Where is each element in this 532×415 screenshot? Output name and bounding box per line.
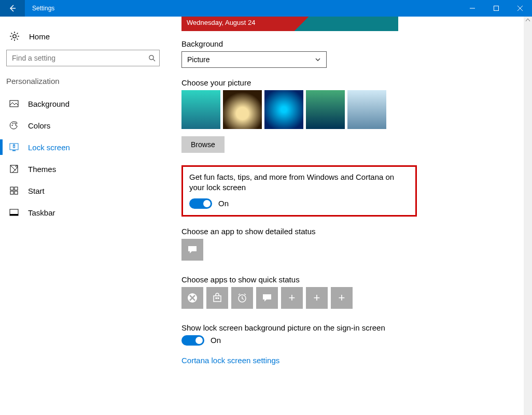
- choose-picture-label: Choose your picture: [181, 78, 516, 87]
- svg-rect-30: [218, 297, 219, 299]
- taskbar-icon: [9, 208, 19, 217]
- background-label: Background: [181, 39, 516, 48]
- chevron-down-icon: [315, 56, 321, 63]
- preview-date: Wednesday, August 24: [187, 19, 256, 26]
- cortana-link[interactable]: Cortana lock screen settings: [181, 356, 279, 365]
- svg-rect-24: [15, 191, 18, 194]
- quick-status-slot[interactable]: [256, 287, 278, 309]
- quick-status-slot[interactable]: [206, 287, 228, 309]
- message-icon: [262, 293, 272, 303]
- home-label: Home: [29, 32, 50, 41]
- fun-facts-toggle-state: On: [218, 199, 229, 208]
- fun-facts-highlight: Get fun facts, tips, and more from Windo…: [181, 165, 417, 217]
- alarm-icon: [236, 292, 248, 304]
- quick-status-label: Choose apps to show quick status: [181, 275, 516, 284]
- detailed-status-app[interactable]: [181, 239, 203, 261]
- picture-thumb[interactable]: [306, 90, 345, 129]
- lockscreen-preview: Wednesday, August 24: [181, 17, 398, 31]
- titlebar: Settings: [0, 0, 532, 17]
- nav-label: Start: [28, 187, 45, 195]
- home-button[interactable]: Home: [0, 27, 166, 50]
- palette-icon: [9, 121, 19, 130]
- nav-label: Lock screen: [28, 143, 70, 152]
- svg-point-2: [13, 35, 16, 38]
- picture-thumb[interactable]: [223, 90, 262, 129]
- picture-thumb[interactable]: [181, 90, 220, 129]
- detailed-status-label: Choose an app to show detailed status: [181, 227, 516, 236]
- sidebar-item-colors[interactable]: Colors: [0, 115, 166, 136]
- message-icon: [187, 244, 198, 255]
- window-controls: [460, 0, 532, 17]
- svg-point-14: [12, 125, 13, 126]
- signin-bg-label: Show lock screen background picture on t…: [181, 323, 516, 332]
- back-button[interactable]: [0, 0, 25, 17]
- lockscreen-icon: [9, 142, 19, 152]
- minimize-icon: [469, 5, 475, 11]
- xbox-icon: [187, 292, 198, 304]
- nav-label: Colors: [28, 121, 50, 130]
- sidebar-group-title: Personalization: [0, 75, 166, 93]
- svg-rect-18: [12, 150, 16, 151]
- quick-status-row: + + +: [181, 287, 516, 309]
- picture-icon: [9, 99, 19, 108]
- svg-line-10: [11, 38, 12, 39]
- close-button[interactable]: [508, 0, 532, 17]
- search-input[interactable]: [6, 50, 160, 66]
- signin-bg-toggle-state: On: [211, 336, 221, 345]
- quick-status-slot-empty[interactable]: +: [331, 287, 353, 309]
- svg-rect-29: [216, 297, 217, 299]
- themes-icon: [9, 164, 19, 174]
- window-title: Settings: [25, 5, 460, 12]
- maximize-button[interactable]: [484, 0, 508, 17]
- nav-label: Taskbar: [28, 208, 55, 217]
- svg-line-8: [17, 38, 18, 39]
- picture-thumb[interactable]: [347, 90, 386, 129]
- picture-thumbnails: [181, 90, 516, 129]
- minimize-button[interactable]: [460, 0, 484, 17]
- search-icon: [148, 54, 156, 62]
- svg-rect-21: [10, 187, 13, 190]
- store-icon: [212, 293, 222, 303]
- fun-facts-label: Get fun facts, tips, and more from Windo…: [189, 172, 409, 193]
- svg-line-7: [11, 33, 12, 34]
- picture-thumb[interactable]: [264, 90, 303, 129]
- svg-rect-26: [10, 214, 18, 216]
- arrow-left-icon: [8, 4, 17, 12]
- quick-status-slot[interactable]: [231, 287, 253, 309]
- signin-bg-toggle[interactable]: [181, 335, 204, 346]
- quick-status-slot-empty[interactable]: +: [306, 287, 328, 309]
- sidebar-item-themes[interactable]: Themes: [0, 158, 166, 180]
- svg-rect-1: [494, 6, 499, 11]
- svg-rect-23: [10, 191, 13, 194]
- quick-status-slot[interactable]: [181, 287, 203, 309]
- fun-facts-toggle[interactable]: [189, 198, 212, 209]
- svg-rect-28: [214, 296, 221, 302]
- svg-rect-19: [13, 146, 15, 148]
- sidebar-item-lockscreen[interactable]: Lock screen: [0, 136, 166, 158]
- scrollbar[interactable]: [524, 17, 532, 415]
- nav-label: Themes: [28, 165, 56, 174]
- scroll-up-icon: [525, 18, 530, 23]
- svg-line-12: [153, 59, 155, 61]
- sidebar-item-taskbar[interactable]: Taskbar: [0, 202, 166, 223]
- sidebar-item-start[interactable]: Start: [0, 180, 166, 202]
- svg-point-11: [149, 55, 153, 60]
- sidebar-item-background[interactable]: Background: [0, 93, 166, 115]
- select-value: Picture: [187, 55, 210, 64]
- nav-label: Background: [28, 99, 69, 108]
- close-icon: [517, 5, 523, 11]
- background-select[interactable]: Picture: [181, 51, 327, 68]
- maximize-icon: [493, 5, 499, 11]
- sidebar: Home Personalization Background Colors L…: [0, 17, 166, 415]
- gear-icon: [9, 31, 20, 41]
- svg-rect-22: [15, 187, 18, 190]
- start-icon: [9, 186, 19, 195]
- quick-status-slot-empty[interactable]: +: [281, 287, 303, 309]
- svg-line-9: [17, 33, 18, 34]
- browse-button[interactable]: Browse: [181, 136, 225, 153]
- search-container: [6, 50, 160, 66]
- main-panel: Wednesday, August 24 Background Picture …: [166, 17, 532, 415]
- svg-point-16: [15, 123, 16, 124]
- svg-point-15: [12, 123, 13, 124]
